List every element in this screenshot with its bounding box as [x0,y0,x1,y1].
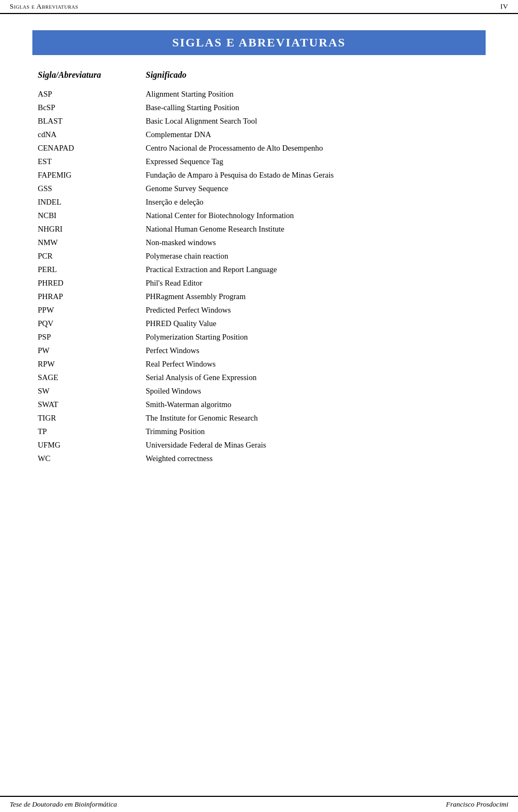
entry-abbrev: PPW [38,306,146,315]
table-row: SWATSmith-Waterman algoritmo [32,399,486,410]
entry-meaning: Smith-Waterman algoritmo [146,400,480,409]
table-row: PHRAPPHRagment Assembly Program [32,291,486,302]
entry-meaning: Practical Extraction and Report Language [146,265,480,274]
table-row: RPWReal Perfect Windows [32,358,486,370]
entry-abbrev: PHRAP [38,292,146,301]
entry-meaning: Complementar DNA [146,130,480,139]
entry-meaning: Basic Local Alignment Search Tool [146,117,480,126]
entry-abbrev: CENAPAD [38,144,146,153]
entry-meaning: Spoiled Windows [146,387,480,396]
table-row: UFMGUniversidade Federal de Minas Gerais [32,439,486,451]
footer-left: Tese de Doutorado em Bioinformática [10,800,117,809]
table-row: NMWNon-masked windows [32,237,486,248]
entry-meaning: Fundação de Amparo à Pesquisa do Estado … [146,171,480,180]
table-row: NCBINational Center for Biotechnology In… [32,210,486,221]
entry-abbrev: PQV [38,319,146,328]
entry-abbrev: TP [38,427,146,436]
entry-meaning: Universidade Federal de Minas Gerais [146,441,480,450]
entry-abbrev: cdNA [38,130,146,139]
entry-meaning: Expressed Sequence Tag [146,157,480,166]
col-meaning-header: Significado [146,70,480,80]
table-row: PCRPolymerase chain reaction [32,251,486,262]
page-title-banner: SIGLAS E ABREVIATURAS [32,30,486,55]
table-row: TPTrimming Position [32,426,486,437]
entry-abbrev: BLAST [38,117,146,126]
table-row: PHREDPhil's Read Editor [32,278,486,289]
entry-abbrev: TIGR [38,414,146,423]
entry-meaning: Genome Survey Sequence [146,184,480,193]
entry-abbrev: NCBI [38,211,146,220]
col-abbrev-header: Sigla/Abreviatura [38,70,146,80]
table-row: WCWeighted correctness [32,453,486,464]
entry-meaning: PHRED Quality Value [146,319,480,328]
entry-abbrev: PHRED [38,279,146,288]
entry-abbrev: PCR [38,252,146,261]
entry-meaning: Centro Nacional de Processamento de Alto… [146,144,480,153]
entry-abbrev: ASP [38,90,146,99]
page-title: SIGLAS E ABREVIATURAS [172,36,346,49]
entry-meaning: The Institute for Genomic Research [146,414,480,423]
entry-abbrev: SW [38,387,146,396]
table-row: cdNAComplementar DNA [32,129,486,140]
table-row: GSSGenome Survey Sequence [32,183,486,194]
table-row: BLASTBasic Local Alignment Search Tool [32,116,486,127]
table-row: PWPerfect Windows [32,345,486,356]
table-row: PERLPractical Extraction and Report Lang… [32,264,486,275]
table-row: PPWPredicted Perfect Windows [32,304,486,316]
top-header: Siglas e Abreviaturas IV [0,0,518,14]
entry-meaning: Alignment Starting Position [146,90,480,99]
entry-abbrev: NHGRI [38,225,146,234]
entry-abbrev: SWAT [38,400,146,409]
table-row: TIGRThe Institute for Genomic Research [32,412,486,424]
entry-abbrev: PSP [38,333,146,342]
entry-abbrev: NMW [38,238,146,247]
entry-abbrev: WC [38,454,146,463]
entry-meaning: Inserção e deleção [146,198,480,207]
header-title: Siglas e Abreviaturas [10,2,78,11]
entry-meaning: Weighted correctness [146,454,480,463]
entry-abbrev: RPW [38,360,146,369]
entry-meaning: National Center for Biotechnology Inform… [146,211,480,220]
entry-abbrev: PW [38,346,146,355]
entry-abbrev: SAGE [38,373,146,382]
entry-meaning: National Human Genome Research Institute [146,225,480,234]
table-row: ESTExpressed Sequence Tag [32,156,486,167]
entry-meaning: Polymerase chain reaction [146,252,480,261]
entry-meaning: Base-calling Starting Position [146,103,480,112]
entry-meaning: Non-masked windows [146,238,480,247]
table-row: BcSPBase-calling Starting Position [32,102,486,113]
table-row: PSPPolymerization Starting Position [32,331,486,343]
footer-right: Francisco Prosdocimi [446,800,508,809]
entry-meaning: PHRagment Assembly Program [146,292,480,301]
table-row: PQVPHRED Quality Value [32,318,486,329]
header-page-number: IV [500,2,508,11]
entry-abbrev: INDEL [38,198,146,207]
entry-abbrev: BcSP [38,103,146,112]
entry-abbrev: EST [38,157,146,166]
table-row: SWSpoiled Windows [32,385,486,397]
table-row: INDELInserção e deleção [32,197,486,208]
entry-abbrev: UFMG [38,441,146,450]
entry-meaning: Serial Analysis of Gene Expression [146,373,480,382]
table-row: SAGESerial Analysis of Gene Expression [32,372,486,383]
entry-meaning: Polymerization Starting Position [146,333,480,342]
table-row: NHGRINational Human Genome Research Inst… [32,224,486,235]
entry-meaning: Real Perfect Windows [146,360,480,369]
entry-abbrev: PERL [38,265,146,274]
entry-meaning: Perfect Windows [146,346,480,355]
entry-abbrev: FAPEMIG [38,171,146,180]
bottom-footer: Tese de Doutorado em Bioinformática Fran… [0,796,518,812]
table-row: CENAPADCentro Nacional de Processamento … [32,143,486,154]
entry-meaning: Phil's Read Editor [146,279,480,288]
table-row: ASPAlignment Starting Position [32,89,486,100]
column-headers: Sigla/Abreviatura Significado [32,70,486,80]
table-row: FAPEMIGFundação de Amparo à Pesquisa do … [32,170,486,181]
entry-abbrev: GSS [38,184,146,193]
entry-meaning: Predicted Perfect Windows [146,306,480,315]
main-content: SIGLAS E ABREVIATURAS Sigla/Abreviatura … [0,14,518,510]
entry-meaning: Trimming Position [146,427,480,436]
entries-table: ASPAlignment Starting PositionBcSPBase-c… [32,89,486,464]
